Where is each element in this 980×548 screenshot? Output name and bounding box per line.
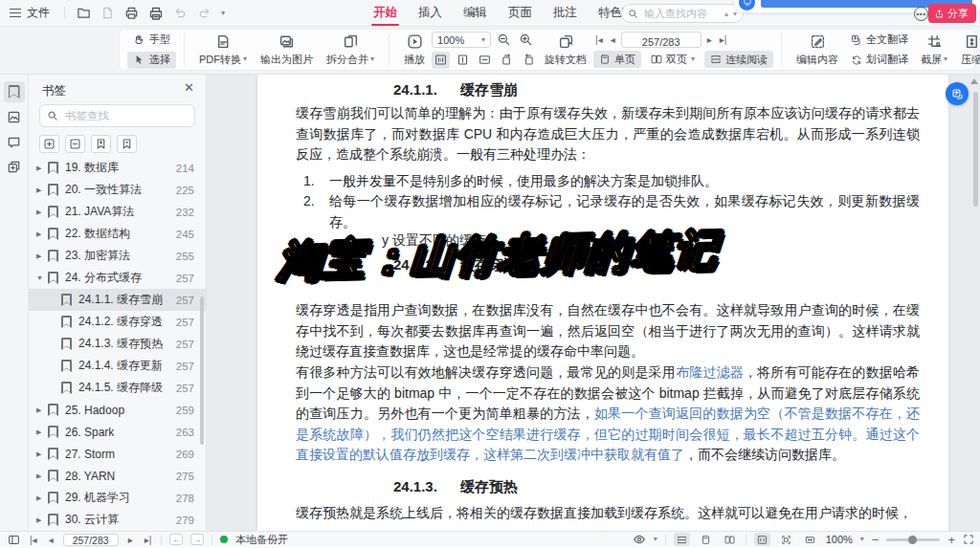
- next-page-icon[interactable]: ▸: [126, 535, 135, 545]
- bookmark-item[interactable]: ▶23. 加密算法255: [29, 245, 206, 267]
- bookmark-item[interactable]: ▶22. 数据结构245: [29, 223, 206, 245]
- compress-button[interactable]: 压缩: [954, 32, 980, 69]
- bookmark-item[interactable]: ▶30. 云计算279: [29, 509, 206, 531]
- first-page-icon[interactable]: |◂: [593, 34, 605, 45]
- rotate-document-button[interactable]: 旋转文档: [538, 32, 593, 69]
- zoom-slider-knob[interactable]: [908, 536, 917, 544]
- screenshot-button[interactable]: 截屏▾: [914, 32, 954, 69]
- bookmark-item[interactable]: 24.1.4. 缓存更新257: [29, 355, 206, 377]
- continuous-reading-button[interactable]: 连续阅读: [704, 51, 773, 68]
- bookmarks-panel-button[interactable]: [4, 81, 25, 102]
- toggle-sidebar-icon[interactable]: [8, 534, 20, 546]
- collapse-all-button[interactable]: [65, 135, 85, 153]
- fit-height-button[interactable]: [454, 52, 472, 69]
- bookmark-item[interactable]: ▶28. YARN275: [29, 465, 206, 487]
- fit-page-button[interactable]: [778, 533, 794, 546]
- expand-arrow-icon[interactable]: ▶: [36, 450, 48, 458]
- add-bookmark-button[interactable]: [91, 135, 111, 153]
- output-as-image-button[interactable]: 输出为图片: [254, 32, 320, 69]
- find-prev-icon[interactable]: ▴: [724, 10, 728, 18]
- rotate-left-button[interactable]: [498, 52, 516, 69]
- fullscreen-icon[interactable]: [963, 534, 974, 545]
- eye-protect-icon[interactable]: [633, 533, 646, 546]
- single-page-button[interactable]: 单页: [593, 51, 641, 68]
- tab-comment[interactable]: 批注: [551, 0, 579, 26]
- full-text-translate-button[interactable]: 全文翻译: [845, 32, 914, 49]
- menu-icon[interactable]: [10, 9, 21, 17]
- share-button[interactable]: 分享: [928, 4, 976, 23]
- expand-arrow-icon[interactable]: ▶: [36, 186, 48, 194]
- status-page-input[interactable]: [64, 535, 118, 545]
- tab-insert[interactable]: 插入: [416, 0, 444, 26]
- expand-arrow-icon[interactable]: ▶: [36, 208, 48, 216]
- zoom-select[interactable]: 100% ▾: [432, 32, 491, 48]
- find-input[interactable]: [642, 7, 721, 20]
- expand-arrow-icon[interactable]: ▼: [36, 274, 48, 281]
- expand-arrow-icon[interactable]: ▶: [36, 406, 48, 414]
- zoom-percent-label[interactable]: 100%: [826, 534, 853, 545]
- expand-arrow-icon[interactable]: ▶: [36, 494, 48, 502]
- tab-page[interactable]: 页面: [506, 0, 534, 26]
- redo-icon[interactable]: [192, 4, 216, 22]
- zoom-slider[interactable]: [886, 538, 940, 541]
- undo-icon[interactable]: [168, 4, 192, 22]
- tab-edit[interactable]: 编辑: [461, 0, 489, 26]
- tab-home[interactable]: 开始: [371, 0, 399, 26]
- double-page-button[interactable]: 双页▾: [645, 51, 701, 68]
- edit-content-button[interactable]: 编辑内容: [790, 32, 845, 69]
- actual-size-button[interactable]: [432, 52, 450, 69]
- single-view-button[interactable]: [698, 533, 714, 546]
- bookmark-search-input[interactable]: [63, 109, 188, 122]
- expand-arrow-icon[interactable]: ▶: [36, 428, 48, 436]
- bookmark-item[interactable]: ▼24. 分布式缓存257: [29, 267, 206, 289]
- back-view-button[interactable]: ←: [169, 534, 183, 545]
- prev-page-icon[interactable]: ◂: [609, 34, 617, 45]
- print-icon[interactable]: [120, 4, 144, 22]
- bookmark-item[interactable]: ▶27. Storm269: [29, 443, 206, 465]
- zoom-in-button[interactable]: [517, 32, 535, 49]
- bookmark-item[interactable]: 24.1.5. 缓存降级257: [29, 377, 206, 399]
- bookmark-item[interactable]: 24.1.1. 缓存雪崩257: [29, 289, 206, 311]
- select-tool-button[interactable]: 选择: [127, 52, 176, 69]
- bookmark-search-box[interactable]: [39, 104, 195, 127]
- continuous-view-button[interactable]: [674, 533, 690, 546]
- forward-view-button[interactable]: →: [190, 534, 204, 545]
- bookmark-item[interactable]: ▶26. Spark263: [29, 421, 206, 443]
- pdf-convert-button[interactable]: PDF转换▾: [192, 32, 254, 69]
- print-settings-icon[interactable]: [144, 4, 168, 23]
- chevron-down-icon[interactable]: ▾: [860, 536, 864, 543]
- bookmark-item[interactable]: ▶21. JAVA算法232: [29, 201, 206, 223]
- first-page-icon[interactable]: |◂: [28, 535, 39, 545]
- play-button[interactable]: 播放: [397, 32, 432, 69]
- last-page-icon[interactable]: ▸|: [718, 34, 729, 45]
- expand-arrow-icon[interactable]: ▶: [36, 516, 48, 524]
- next-page-icon[interactable]: ▸: [705, 34, 714, 45]
- fit-width-button[interactable]: [476, 52, 494, 69]
- split-merge-button[interactable]: 拆分合并▾: [320, 32, 381, 69]
- bookmark-item[interactable]: ▶20. 一致性算法225: [29, 179, 206, 201]
- hand-tool-button[interactable]: 手型: [127, 32, 176, 49]
- rotate-right-button[interactable]: [520, 52, 538, 69]
- prev-page-icon[interactable]: ◂: [47, 535, 56, 545]
- comments-panel-button[interactable]: [4, 131, 25, 152]
- expand-arrow-icon[interactable]: ▶: [36, 230, 48, 238]
- bookmark-item[interactable]: 24.1.3. 缓存预热257: [29, 333, 206, 355]
- expand-arrow-icon[interactable]: ▶: [36, 472, 48, 480]
- actual-size-button[interactable]: [754, 533, 770, 546]
- document-scrollbar[interactable]: [973, 92, 978, 207]
- document-area[interactable]: 24.1.1.缓存雪崩 缓存雪崩我们可以简单的理解为：由于原有缓存失效，新缓存未…: [207, 75, 980, 531]
- bookmark-item[interactable]: ▶25. Hadoop259: [29, 399, 206, 421]
- backup-status-label[interactable]: 本地备份开: [235, 533, 288, 547]
- facing-view-button[interactable]: [722, 533, 738, 546]
- last-page-icon[interactable]: ▸|: [143, 535, 154, 545]
- page-number-input[interactable]: [622, 35, 701, 50]
- zoom-out-button[interactable]: −: [872, 534, 880, 546]
- zoom-in-button[interactable]: +: [947, 534, 955, 546]
- attachments-panel-button[interactable]: [4, 156, 25, 177]
- chevron-down-icon[interactable]: ▾: [216, 8, 230, 19]
- expand-arrow-icon[interactable]: ▶: [36, 252, 48, 260]
- bookmark-item[interactable]: ▶19. 数据库214: [29, 157, 206, 179]
- scrollbar-up-arrow[interactable]: [970, 78, 978, 84]
- remove-bookmark-button[interactable]: [117, 135, 137, 153]
- open-folder-icon[interactable]: [72, 4, 96, 22]
